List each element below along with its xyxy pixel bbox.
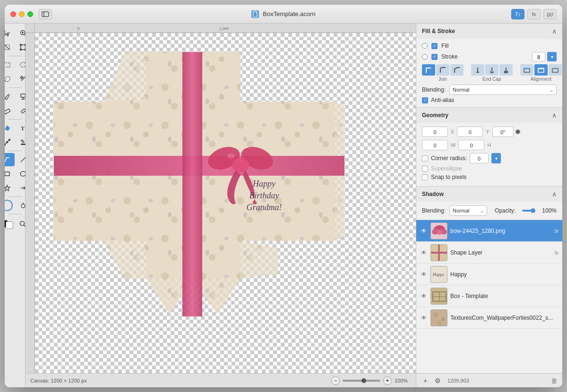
zoom-in-button[interactable]: + [383, 376, 392, 385]
layer-thumb-1 [430, 244, 447, 261]
rect-select-tool[interactable] [5, 58, 15, 71]
corner-radius-label: Corner radius: [431, 155, 467, 162]
close-button[interactable] [10, 11, 16, 17]
stroke-value-control: 8 ▾ [532, 52, 557, 61]
layer-item-1[interactable]: 👁 Shape Layer fx [416, 242, 562, 264]
join-bevel-btn[interactable] [450, 64, 464, 76]
fx-button[interactable]: fx [527, 9, 541, 19]
zoom-out-button[interactable]: − [331, 376, 340, 385]
snap-checkbox[interactable] [422, 174, 428, 180]
geometry-section: Geometry ∧ 0 X 0 Y 0° [416, 108, 562, 187]
svg-text:Happy: Happy [252, 179, 275, 188]
stroke-row: ✓ Stroke 8 ▾ [422, 52, 557, 61]
rect-shape-tool[interactable] [5, 167, 15, 180]
w-input[interactable]: 0 [422, 140, 448, 150]
endcap-butt-btn[interactable] [471, 64, 484, 76]
endcap-square-btn[interactable] [499, 64, 513, 76]
superellipse-checkbox[interactable] [422, 166, 428, 172]
shadow-title: Shadow [422, 191, 444, 197]
layer-item-2[interactable]: 👁 Happy Happy [416, 264, 562, 285]
layer-item-3[interactable]: 👁 Box - Template [416, 285, 562, 307]
h-label: H [487, 142, 491, 148]
angle-input[interactable]: 0° [492, 127, 514, 137]
svg-point-14 [20, 62, 26, 67]
add-layer-button[interactable]: + [421, 376, 430, 385]
join-round-btn[interactable] [436, 64, 449, 76]
blending-label: Blending: [422, 86, 446, 93]
layer-fx-0[interactable]: fx [554, 228, 558, 234]
geometry-header: Geometry ∧ [416, 108, 562, 123]
canvas-viewport[interactable]: Happy Birthday Grandma! [35, 33, 416, 373]
text-tool-button[interactable]: T↕ [511, 9, 524, 19]
lasso-tool[interactable] [5, 72, 15, 85]
antialias-checkbox[interactable]: ✓ [422, 97, 428, 103]
corner-radius-value[interactable]: 0 [470, 153, 489, 163]
layer-item-0[interactable]: 👁 bow-24425_1280.png fx [416, 220, 562, 242]
file-icon [251, 10, 259, 18]
join-miter-btn[interactable] [422, 64, 435, 76]
fill-radio[interactable] [422, 43, 428, 49]
corner-radius-checkbox[interactable] [422, 155, 428, 162]
title-bar-right: T↕ fx (p) [511, 9, 557, 19]
italic-button[interactable]: (p) [543, 9, 557, 19]
divider-1 [8, 56, 22, 56]
shadow-blending-dropdown[interactable]: Normal ⌄ [449, 205, 487, 216]
zoom-slider[interactable] [343, 380, 380, 382]
fill-stroke-collapse[interactable]: ∧ [552, 27, 557, 35]
layer-eye-0[interactable]: 👁 [420, 227, 428, 235]
blending-dropdown[interactable]: Normal ⌄ [449, 85, 557, 95]
x-label: X [451, 129, 454, 135]
layers-bottom-bar: + ⚙ 1209,903 🗑 [416, 373, 562, 387]
sidebar-toggle-button[interactable] [39, 9, 52, 19]
crop-tool[interactable] [5, 41, 15, 54]
layer-eye-2[interactable]: 👁 [420, 271, 428, 278]
stroke-dropdown-arrow[interactable]: ▾ [547, 52, 557, 61]
svg-rect-13 [5, 63, 10, 67]
endcap-round-btn[interactable] [485, 64, 498, 76]
minimize-button[interactable] [19, 11, 25, 17]
stroke-number[interactable]: 8 [532, 52, 545, 61]
layer-settings-button[interactable]: ⚙ [433, 376, 442, 385]
gradient-tool[interactable] [5, 136, 15, 149]
svg-point-83 [227, 153, 235, 158]
layer-name-0: bow-24425_1280.png [450, 228, 551, 234]
corner-radius-dropdown[interactable]: ▾ [491, 153, 501, 163]
align-outside-btn[interactable] [549, 64, 562, 76]
eraser-tool[interactable] [5, 104, 15, 117]
geometry-collapse[interactable]: ∧ [552, 111, 557, 119]
delete-layer-button[interactable]: 🗑 [551, 377, 558, 384]
opacity-slider[interactable] [522, 210, 535, 212]
antialias-check-mark: ✓ [423, 98, 427, 102]
layer-eye-3[interactable]: 👁 [420, 292, 428, 300]
divider-6 [8, 214, 22, 214]
layer-thumb-3 [430, 288, 447, 305]
shadow-blending-row: Blending: Normal ⌄ Opacity: 100% [422, 205, 557, 216]
align-center-btn[interactable] [534, 64, 548, 76]
background-color[interactable] [6, 222, 13, 229]
arrow-tool[interactable] [5, 26, 15, 40]
stroke-radio[interactable] [422, 54, 428, 60]
y-input[interactable]: 0 [457, 127, 483, 137]
svg-rect-79 [182, 52, 202, 316]
brush-tool[interactable] [5, 90, 15, 103]
angle-control: 0° [492, 127, 520, 137]
join-buttons [422, 64, 464, 76]
vector-pen-tool[interactable] [5, 153, 15, 166]
svg-point-30 [20, 171, 26, 176]
h-input[interactable]: 0 [458, 140, 484, 150]
maximize-button[interactable] [27, 11, 33, 17]
star-tool[interactable] [5, 181, 15, 195]
layer-fx-1[interactable]: fx [554, 250, 558, 256]
align-inside-btn[interactable] [520, 64, 533, 76]
svg-point-22 [6, 142, 8, 143]
x-input[interactable]: 0 [422, 127, 448, 137]
layer-count-info: 1209,903 [447, 378, 469, 383]
layer-eye-4[interactable]: 👁 [420, 314, 428, 322]
layer-item-4[interactable]: 👁 TexturesCom_WallpaperForties0022_s... [416, 307, 562, 329]
shadow-collapse[interactable]: ∧ [552, 190, 557, 198]
stroke-checkbox[interactable]: ✓ [431, 54, 438, 60]
pen-shape-tool[interactable] [5, 121, 15, 135]
layer-eye-1[interactable]: 👁 [420, 249, 428, 256]
xy-row: 0 X 0 Y 0° [422, 127, 557, 137]
fill-checkbox[interactable]: ✓ [431, 43, 438, 49]
